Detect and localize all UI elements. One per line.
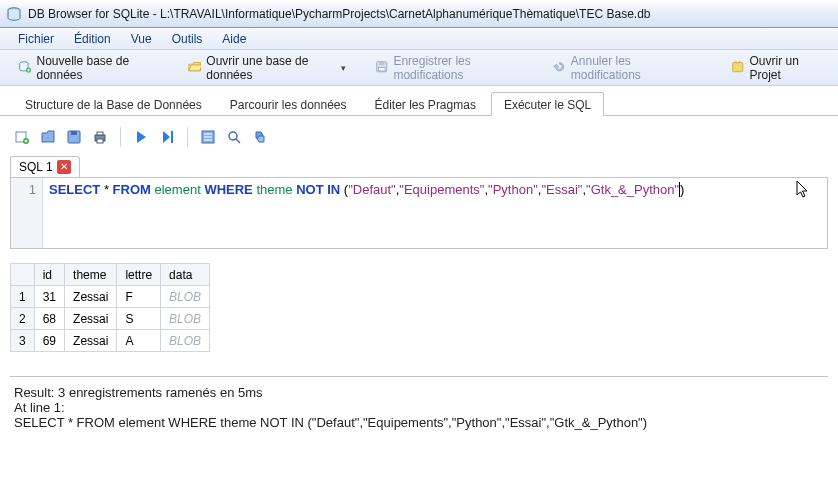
sql-editor[interactable]: 1 SELECT * FROM element WHERE theme NOT …	[10, 177, 828, 249]
menu-edit[interactable]: Édition	[64, 30, 121, 48]
column-header-data[interactable]: data	[161, 264, 210, 286]
cell-lettre[interactable]: A	[117, 330, 161, 352]
cell-theme[interactable]: Zessai	[65, 286, 117, 308]
execute-line-icon[interactable]	[159, 129, 175, 145]
tab-browse[interactable]: Parcourir les données	[217, 92, 360, 116]
main-toolbar: Nouvelle base de données Ouvrir une base…	[0, 50, 838, 86]
new-database-icon	[18, 60, 31, 76]
revert-changes-button[interactable]: Annuler les modifications	[544, 50, 691, 86]
find-replace-icon[interactable]	[252, 129, 268, 145]
menu-tools[interactable]: Outils	[162, 30, 213, 48]
svg-rect-10	[71, 131, 77, 135]
svg-rect-13	[97, 139, 103, 143]
save-results-icon[interactable]	[200, 129, 216, 145]
row-number: 2	[11, 308, 35, 330]
new-database-label: Nouvelle base de données	[36, 54, 156, 82]
menubar: Fichier Édition Vue Outils Aide	[0, 28, 838, 50]
results-corner	[11, 264, 35, 286]
cell-data[interactable]: BLOB	[161, 330, 210, 352]
close-icon[interactable]: ✕	[57, 160, 71, 174]
write-changes-label: Enregistrer les modifications	[393, 54, 520, 82]
open-project-icon	[731, 60, 744, 76]
column-header-theme[interactable]: theme	[65, 264, 117, 286]
menu-file[interactable]: Fichier	[8, 30, 64, 48]
svg-rect-12	[97, 132, 103, 135]
separator	[120, 127, 121, 147]
cell-theme[interactable]: Zessai	[65, 330, 117, 352]
window-title: DB Browser for SQLite - L:\TRAVAIL\Infor…	[28, 7, 651, 21]
app-icon	[6, 6, 22, 22]
cell-lettre[interactable]: F	[117, 286, 161, 308]
save-icon	[375, 60, 388, 76]
sql-tab-label: SQL 1	[19, 160, 53, 174]
svg-point-16	[229, 132, 237, 140]
window-titlebar: DB Browser for SQLite - L:\TRAVAIL\Infor…	[0, 0, 838, 28]
svg-rect-4	[379, 61, 384, 64]
cell-data[interactable]: BLOB	[161, 286, 210, 308]
open-database-icon	[188, 60, 201, 76]
sql-tab-1[interactable]: SQL 1 ✕	[10, 156, 80, 177]
results-table[interactable]: id theme lettre data 1 31 Zessai F BLOB …	[10, 263, 210, 352]
separator	[187, 127, 188, 147]
open-database-label: Ouvrir une base de données	[206, 54, 332, 82]
row-number: 3	[11, 330, 35, 352]
new-tab-icon[interactable]	[14, 129, 30, 145]
editor-gutter: 1	[11, 178, 43, 248]
cell-id[interactable]: 68	[34, 308, 64, 330]
revert-icon	[552, 60, 565, 76]
results-header-row: id theme lettre data	[11, 264, 210, 286]
cell-id[interactable]: 31	[34, 286, 64, 308]
save-sql-icon[interactable]	[66, 129, 82, 145]
execute-sql-panel: SQL 1 ✕ 1 SELECT * FROM element WHERE th…	[0, 116, 838, 436]
column-header-id[interactable]: id	[34, 264, 64, 286]
new-database-button[interactable]: Nouvelle base de données	[10, 50, 164, 86]
editor-code[interactable]: SELECT * FROM element WHERE theme NOT IN…	[43, 178, 827, 248]
tab-pragmas[interactable]: Éditer les Pragmas	[362, 92, 489, 116]
sql-tabbar: SQL 1 ✕	[10, 156, 828, 177]
revert-changes-label: Annuler les modifications	[571, 54, 683, 82]
table-row[interactable]: 2 68 Zessai S BLOB	[11, 308, 210, 330]
find-icon[interactable]	[226, 129, 242, 145]
cell-id[interactable]: 69	[34, 330, 64, 352]
table-row[interactable]: 1 31 Zessai F BLOB	[11, 286, 210, 308]
cell-data[interactable]: BLOB	[161, 308, 210, 330]
table-row[interactable]: 3 69 Zessai A BLOB	[11, 330, 210, 352]
sql-toolbar	[10, 122, 828, 152]
menu-view[interactable]: Vue	[121, 30, 162, 48]
open-sql-icon[interactable]	[40, 129, 56, 145]
menu-help[interactable]: Aide	[212, 30, 256, 48]
tab-execute[interactable]: Exécuter le SQL	[491, 92, 604, 116]
open-project-label: Ouvrir un Projet	[750, 54, 821, 82]
main-tabstrip: Structure de la Base de Données Parcouri…	[0, 86, 838, 116]
print-icon[interactable]	[92, 129, 108, 145]
cell-lettre[interactable]: S	[117, 308, 161, 330]
output-log[interactable]: Result: 3 enregistrements ramenés en 5ms…	[10, 376, 828, 430]
execute-icon[interactable]	[133, 129, 149, 145]
open-project-button[interactable]: Ouvrir un Projet	[723, 50, 828, 86]
write-changes-button[interactable]: Enregistrer les modifications	[367, 50, 528, 86]
tab-structure[interactable]: Structure de la Base de Données	[12, 92, 215, 116]
svg-rect-5	[378, 67, 385, 70]
dropdown-caret-icon: ▾	[341, 63, 346, 73]
row-number: 1	[11, 286, 35, 308]
svg-rect-14	[171, 131, 173, 143]
open-database-button[interactable]: Ouvrir une base de données ▾	[180, 50, 351, 86]
cell-theme[interactable]: Zessai	[65, 308, 117, 330]
column-header-lettre[interactable]: lettre	[117, 264, 161, 286]
